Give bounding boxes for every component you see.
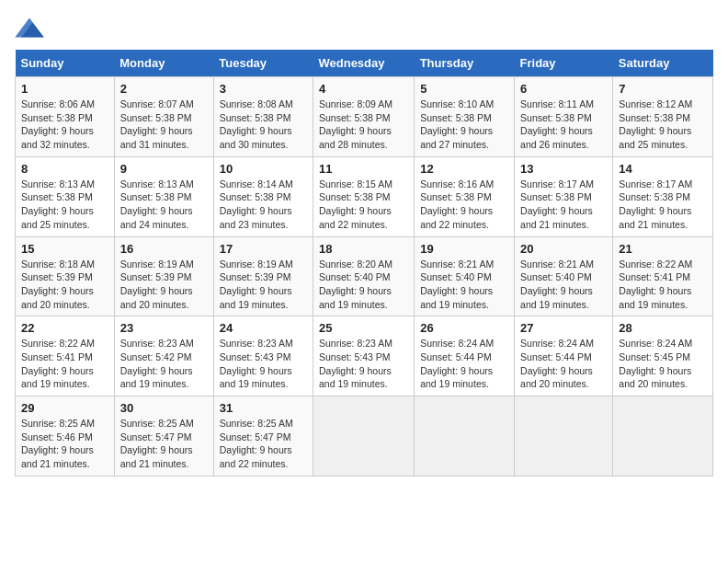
logo <box>15 15 48 40</box>
calendar-cell: 8 Sunrise: 8:13 AMSunset: 5:38 PMDayligh… <box>16 156 115 236</box>
day-number: 23 <box>120 321 208 335</box>
day-number: 2 <box>120 82 208 96</box>
day-number: 31 <box>220 401 307 415</box>
day-info: Sunrise: 8:22 AMSunset: 5:41 PMDaylight:… <box>21 338 95 389</box>
calendar-cell: 27 Sunrise: 8:24 AMSunset: 5:44 PMDaylig… <box>515 316 613 396</box>
day-info: Sunrise: 8:24 AMSunset: 5:45 PMDaylight:… <box>619 338 692 389</box>
day-number: 4 <box>319 82 408 96</box>
day-number: 11 <box>319 162 408 176</box>
weekday-header-tuesday: Tuesday <box>213 50 313 77</box>
day-number: 29 <box>21 401 108 415</box>
calendar-cell: 9 Sunrise: 8:13 AMSunset: 5:38 PMDayligh… <box>114 156 213 236</box>
calendar-cell: 5 Sunrise: 8:10 AMSunset: 5:38 PMDayligh… <box>415 77 515 157</box>
calendar-cell: 17 Sunrise: 8:19 AMSunset: 5:39 PMDaylig… <box>213 236 313 316</box>
day-number: 27 <box>520 321 607 335</box>
day-info: Sunrise: 8:23 AMSunset: 5:43 PMDaylight:… <box>319 338 392 389</box>
day-number: 20 <box>520 242 607 256</box>
day-info: Sunrise: 8:21 AMSunset: 5:40 PMDaylight:… <box>420 259 494 310</box>
day-info: Sunrise: 8:12 AMSunset: 5:38 PMDaylight:… <box>619 98 692 150</box>
day-number: 24 <box>220 321 307 335</box>
calendar-cell: 25 Sunrise: 8:23 AMSunset: 5:43 PMDaylig… <box>313 316 414 396</box>
calendar-cell: 24 Sunrise: 8:23 AMSunset: 5:43 PMDaylig… <box>213 316 313 396</box>
calendar-cell: 15 Sunrise: 8:18 AMSunset: 5:39 PMDaylig… <box>16 236 115 316</box>
day-info: Sunrise: 8:19 AMSunset: 5:39 PMDaylight:… <box>220 259 293 310</box>
day-info: Sunrise: 8:21 AMSunset: 5:40 PMDaylight:… <box>520 259 594 310</box>
day-number: 13 <box>520 162 607 176</box>
calendar-cell: 4 Sunrise: 8:09 AMSunset: 5:38 PMDayligh… <box>313 77 414 157</box>
calendar-cell: 28 Sunrise: 8:24 AMSunset: 5:45 PMDaylig… <box>613 316 713 396</box>
calendar-cell: 11 Sunrise: 8:15 AMSunset: 5:38 PMDaylig… <box>313 156 414 236</box>
day-number: 5 <box>420 82 508 96</box>
day-number: 3 <box>220 82 307 96</box>
weekday-header-thursday: Thursday <box>415 50 515 77</box>
day-info: Sunrise: 8:22 AMSunset: 5:41 PMDaylight:… <box>619 259 692 310</box>
day-info: Sunrise: 8:07 AMSunset: 5:38 PMDaylight:… <box>120 98 194 150</box>
calendar-cell <box>415 396 515 477</box>
day-info: Sunrise: 8:16 AMSunset: 5:38 PMDaylight:… <box>420 178 494 230</box>
calendar-week-4: 22 Sunrise: 8:22 AMSunset: 5:41 PMDaylig… <box>16 316 713 396</box>
calendar-cell: 13 Sunrise: 8:17 AMSunset: 5:38 PMDaylig… <box>515 156 613 236</box>
day-number: 17 <box>220 242 307 256</box>
calendar-table: SundayMondayTuesdayWednesdayThursdayFrid… <box>15 50 713 477</box>
day-info: Sunrise: 8:09 AMSunset: 5:38 PMDaylight:… <box>319 98 392 150</box>
day-number: 10 <box>220 162 307 176</box>
calendar-cell: 1 Sunrise: 8:06 AMSunset: 5:38 PMDayligh… <box>16 77 115 157</box>
day-info: Sunrise: 8:25 AMSunset: 5:47 PMDaylight:… <box>220 418 293 469</box>
calendar-cell <box>515 396 613 477</box>
calendar-cell: 10 Sunrise: 8:14 AMSunset: 5:38 PMDaylig… <box>213 156 313 236</box>
weekday-header-saturday: Saturday <box>613 50 713 77</box>
day-number: 21 <box>619 242 707 256</box>
day-number: 26 <box>420 321 508 335</box>
page-header <box>15 15 713 40</box>
day-number: 9 <box>120 162 208 176</box>
day-number: 28 <box>619 321 707 335</box>
day-number: 16 <box>120 242 208 256</box>
day-number: 6 <box>520 82 607 96</box>
calendar-cell: 16 Sunrise: 8:19 AMSunset: 5:39 PMDaylig… <box>114 236 213 316</box>
logo-icon <box>15 15 44 40</box>
day-number: 30 <box>120 401 208 415</box>
day-info: Sunrise: 8:08 AMSunset: 5:38 PMDaylight:… <box>220 98 293 150</box>
calendar-cell: 21 Sunrise: 8:22 AMSunset: 5:41 PMDaylig… <box>613 236 713 316</box>
calendar-week-2: 8 Sunrise: 8:13 AMSunset: 5:38 PMDayligh… <box>16 156 713 236</box>
day-info: Sunrise: 8:14 AMSunset: 5:38 PMDaylight:… <box>220 178 293 230</box>
day-info: Sunrise: 8:25 AMSunset: 5:47 PMDaylight:… <box>120 418 194 469</box>
weekday-header-monday: Monday <box>114 50 213 77</box>
calendar-cell: 20 Sunrise: 8:21 AMSunset: 5:40 PMDaylig… <box>515 236 613 316</box>
day-info: Sunrise: 8:25 AMSunset: 5:46 PMDaylight:… <box>21 418 95 469</box>
day-number: 25 <box>319 321 408 335</box>
day-info: Sunrise: 8:20 AMSunset: 5:40 PMDaylight:… <box>319 259 392 310</box>
calendar-cell: 29 Sunrise: 8:25 AMSunset: 5:46 PMDaylig… <box>16 396 115 477</box>
calendar-cell: 2 Sunrise: 8:07 AMSunset: 5:38 PMDayligh… <box>114 77 213 157</box>
calendar-cell: 19 Sunrise: 8:21 AMSunset: 5:40 PMDaylig… <box>415 236 515 316</box>
day-number: 1 <box>21 82 108 96</box>
day-info: Sunrise: 8:13 AMSunset: 5:38 PMDaylight:… <box>21 178 95 230</box>
day-number: 18 <box>319 242 408 256</box>
calendar-cell: 23 Sunrise: 8:23 AMSunset: 5:42 PMDaylig… <box>114 316 213 396</box>
day-info: Sunrise: 8:15 AMSunset: 5:38 PMDaylight:… <box>319 178 392 230</box>
day-info: Sunrise: 8:24 AMSunset: 5:44 PMDaylight:… <box>520 338 594 389</box>
day-number: 22 <box>21 321 108 335</box>
day-info: Sunrise: 8:10 AMSunset: 5:38 PMDaylight:… <box>420 98 494 150</box>
weekday-header-friday: Friday <box>515 50 613 77</box>
day-info: Sunrise: 8:17 AMSunset: 5:38 PMDaylight:… <box>520 178 594 230</box>
calendar-cell: 12 Sunrise: 8:16 AMSunset: 5:38 PMDaylig… <box>415 156 515 236</box>
weekday-header-wednesday: Wednesday <box>313 50 414 77</box>
day-info: Sunrise: 8:23 AMSunset: 5:42 PMDaylight:… <box>120 338 194 389</box>
calendar-cell: 26 Sunrise: 8:24 AMSunset: 5:44 PMDaylig… <box>415 316 515 396</box>
calendar-cell <box>313 396 414 477</box>
day-info: Sunrise: 8:19 AMSunset: 5:39 PMDaylight:… <box>120 259 194 310</box>
day-number: 14 <box>619 162 707 176</box>
calendar-cell: 6 Sunrise: 8:11 AMSunset: 5:38 PMDayligh… <box>515 77 613 157</box>
day-number: 7 <box>619 82 707 96</box>
weekday-header-sunday: Sunday <box>16 50 115 77</box>
calendar-cell: 22 Sunrise: 8:22 AMSunset: 5:41 PMDaylig… <box>16 316 115 396</box>
day-number: 12 <box>420 162 508 176</box>
day-info: Sunrise: 8:13 AMSunset: 5:38 PMDaylight:… <box>120 178 194 230</box>
calendar-cell: 14 Sunrise: 8:17 AMSunset: 5:38 PMDaylig… <box>613 156 713 236</box>
calendar-cell: 18 Sunrise: 8:20 AMSunset: 5:40 PMDaylig… <box>313 236 414 316</box>
day-info: Sunrise: 8:23 AMSunset: 5:43 PMDaylight:… <box>220 338 293 389</box>
day-info: Sunrise: 8:06 AMSunset: 5:38 PMDaylight:… <box>21 98 95 150</box>
calendar-week-5: 29 Sunrise: 8:25 AMSunset: 5:46 PMDaylig… <box>16 396 713 477</box>
calendar-cell: 31 Sunrise: 8:25 AMSunset: 5:47 PMDaylig… <box>213 396 313 477</box>
